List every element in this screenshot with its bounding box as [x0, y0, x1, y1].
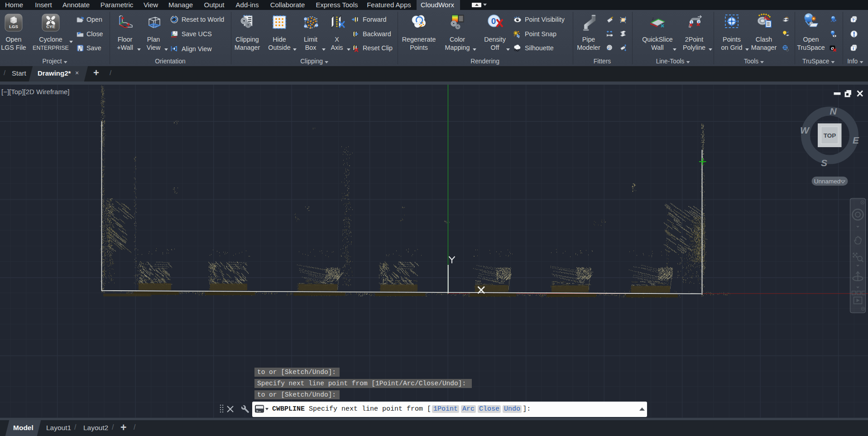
- svg-text:Z: Z: [121, 14, 123, 18]
- svg-text:LGS: LGS: [9, 24, 18, 29]
- svg-text:?: ?: [852, 17, 855, 22]
- svg-text:2: 2: [305, 25, 307, 28]
- svg-text:0: 0: [491, 16, 496, 26]
- svg-text:i: i: [853, 46, 854, 51]
- svg-text:1: 1: [316, 24, 317, 27]
- svg-text:Z: Z: [652, 17, 654, 20]
- svg-text:3: 3: [305, 18, 307, 21]
- svg-text:CYE: CYE: [46, 24, 55, 29]
